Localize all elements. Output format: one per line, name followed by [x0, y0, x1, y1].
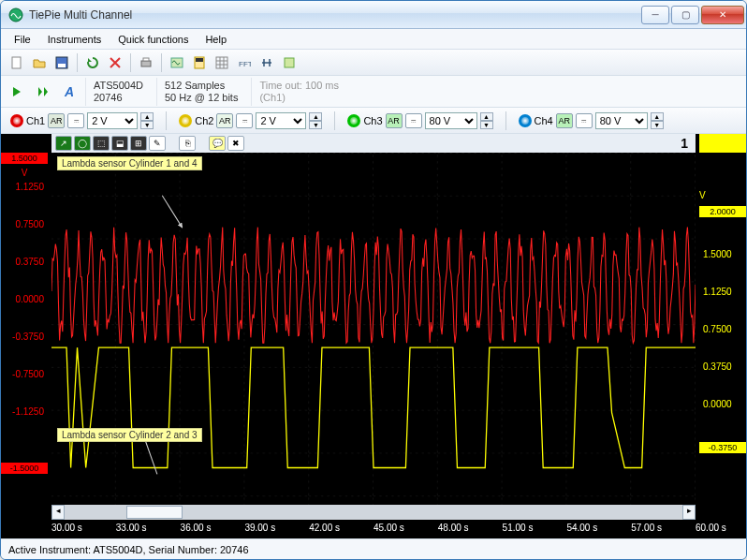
- delete-icon[interactable]: [105, 52, 125, 73]
- scope-icon[interactable]: [167, 52, 187, 73]
- ch1-range-select[interactable]: 2 V: [87, 112, 138, 129]
- ch3-indicator[interactable]: [347, 114, 360, 127]
- x-tick: 48.00 s: [438, 523, 469, 533]
- device-name: ATS5004D: [94, 80, 143, 92]
- plot-number: 1: [681, 136, 692, 151]
- ch1-coupling-chip[interactable]: ⎓: [67, 113, 84, 128]
- separator: [130, 53, 131, 72]
- timeout-info: Time out: 100 ms (Ch1): [251, 78, 346, 106]
- status-bar: Active Instrument: ATS5004D, Serial Numb…: [1, 538, 746, 559]
- run-icon[interactable]: [7, 81, 27, 102]
- ch3-range-select[interactable]: 80 V: [425, 112, 477, 129]
- x-tick: 45.00 s: [374, 523, 404, 533]
- menubar: File Instruments Quick functions Help: [1, 29, 746, 50]
- device-info: ATS5004D 20746: [85, 78, 151, 106]
- annotation-2[interactable]: Lambda sensor Cylinder 2 and 3: [57, 428, 202, 442]
- ch4-coupling-chip[interactable]: ⎓: [576, 113, 593, 128]
- x-tick: 57.00 s: [631, 523, 662, 533]
- ch2-label: Ch2: [195, 115, 213, 126]
- meter-icon[interactable]: [189, 52, 210, 73]
- ch4-range-select[interactable]: 80 V: [595, 112, 648, 129]
- tool-icon[interactable]: ⊞: [130, 136, 147, 151]
- sample-rate: 50 Hz @ 12 bits: [165, 92, 238, 104]
- svg-rect-4: [141, 61, 151, 66]
- ch3-range-spin[interactable]: ▲▼: [480, 112, 493, 129]
- open-icon[interactable]: [29, 52, 50, 73]
- ch1-indicator[interactable]: [10, 114, 23, 127]
- new-icon[interactable]: [7, 52, 27, 73]
- left-axis-unit: V: [1, 168, 48, 178]
- zoom-tool-icon[interactable]: ◯: [74, 136, 91, 151]
- window-title: TiePie Multi Channel: [29, 8, 639, 22]
- info-bar: A ATS5004D 20746 512 Samples 50 Hz @ 12 …: [1, 76, 746, 108]
- channel-3: Ch3 AR ⎓ 80 V ▲▼: [344, 111, 496, 131]
- timeout-channel: (Ch1): [259, 92, 339, 104]
- tool-icon[interactable]: ⬓: [111, 136, 128, 151]
- menu-file[interactable]: File: [7, 32, 38, 47]
- copy-icon[interactable]: ⎘: [179, 136, 196, 151]
- app-icon: [8, 7, 23, 22]
- scroll-left-button[interactable]: ◂: [51, 505, 65, 520]
- auto-setup-icon[interactable]: A: [59, 81, 80, 102]
- ch2-range-spin[interactable]: ▲▼: [309, 112, 322, 129]
- minimize-button[interactable]: ─: [641, 6, 669, 24]
- svg-rect-9: [216, 57, 227, 68]
- x-tick: 54.00 s: [566, 523, 597, 533]
- limits-icon[interactable]: [256, 52, 277, 73]
- right-axis-unit: V: [699, 190, 746, 200]
- ch1-ar-chip[interactable]: AR: [48, 113, 65, 128]
- device-serial: 20746: [94, 92, 143, 104]
- left-axis-max: 1.5000: [1, 153, 48, 164]
- left-axis: 1.5000 V 1.1250 0.7500 0.3750 0.0000 -0.…: [1, 134, 51, 520]
- menu-quick-functions[interactable]: Quick functions: [110, 32, 196, 47]
- close-button[interactable]: ✕: [701, 6, 744, 24]
- grid-icon[interactable]: [212, 52, 232, 73]
- plot-toolbar: ↗ ◯ ⬚ ⬓ ⊞ ✎ ⎘ 💬 ✖ 1: [51, 134, 696, 153]
- cursor-tool-icon[interactable]: ↗: [55, 136, 72, 151]
- clear-annotation-icon[interactable]: ✖: [227, 136, 244, 151]
- ch2-range-select[interactable]: 2 V: [256, 112, 306, 129]
- main-toolbar: FFT: [1, 50, 746, 76]
- x-tick: 60.00 s: [696, 523, 726, 533]
- print-icon[interactable]: [136, 52, 156, 73]
- settings-icon[interactable]: [279, 52, 300, 73]
- plot-area[interactable]: ↗ ◯ ⬚ ⬓ ⊞ ✎ ⎘ 💬 ✖ 1: [51, 134, 696, 520]
- x-tick: 30.00 s: [51, 523, 82, 533]
- x-tick: 42.00 s: [309, 523, 340, 533]
- maximize-button[interactable]: ▢: [671, 6, 699, 24]
- ch2-indicator[interactable]: [179, 114, 192, 127]
- menu-help[interactable]: Help: [198, 32, 234, 47]
- sample-count: 512 Samples: [165, 80, 238, 92]
- x-tick: 33.00 s: [116, 523, 147, 533]
- annotation-1[interactable]: Lambda sensor Cylinder 1 and 4: [57, 156, 202, 170]
- ch4-indicator[interactable]: [519, 114, 532, 127]
- ch2-ar-chip[interactable]: AR: [216, 113, 233, 128]
- waveform-canvas: [51, 153, 696, 538]
- svg-rect-12: [51, 153, 696, 538]
- annotation-icon[interactable]: 💬: [209, 136, 226, 151]
- run-continuous-icon[interactable]: [33, 81, 53, 102]
- scroll-right-button[interactable]: ▸: [682, 505, 696, 520]
- save-icon[interactable]: [51, 52, 72, 73]
- svg-rect-3: [58, 64, 66, 67]
- fft-icon[interactable]: FFT: [234, 52, 255, 73]
- menu-instruments[interactable]: Instruments: [40, 32, 109, 47]
- x-tick: 39.00 s: [244, 523, 275, 533]
- svg-rect-1: [12, 57, 21, 68]
- scroll-thumb[interactable]: [126, 506, 183, 519]
- tool-icon[interactable]: ⬚: [93, 136, 110, 151]
- ch3-coupling-chip[interactable]: ⎓: [405, 113, 422, 128]
- right-axis: V 2.0000 1.5000 1.1250 0.7500 0.3750 0.0…: [696, 134, 746, 520]
- titlebar: TiePie Multi Channel ─ ▢ ✕: [1, 1, 746, 29]
- sample-info: 512 Samples 50 Hz @ 12 bits: [156, 78, 245, 106]
- svg-rect-11: [285, 58, 294, 67]
- ch2-coupling-chip[interactable]: ⎓: [236, 113, 253, 128]
- time-scrollbar[interactable]: ◂ ▸: [51, 505, 696, 520]
- ch4-range-spin[interactable]: ▲▼: [651, 112, 664, 129]
- edit-icon[interactable]: ✎: [149, 136, 166, 151]
- ch3-ar-chip[interactable]: AR: [386, 113, 403, 128]
- reload-icon[interactable]: [82, 52, 103, 73]
- ch1-range-spin[interactable]: ▲▼: [140, 112, 154, 129]
- status-text: Active Instrument: ATS5004D, Serial Numb…: [8, 544, 249, 555]
- ch4-ar-chip[interactable]: AR: [556, 113, 573, 128]
